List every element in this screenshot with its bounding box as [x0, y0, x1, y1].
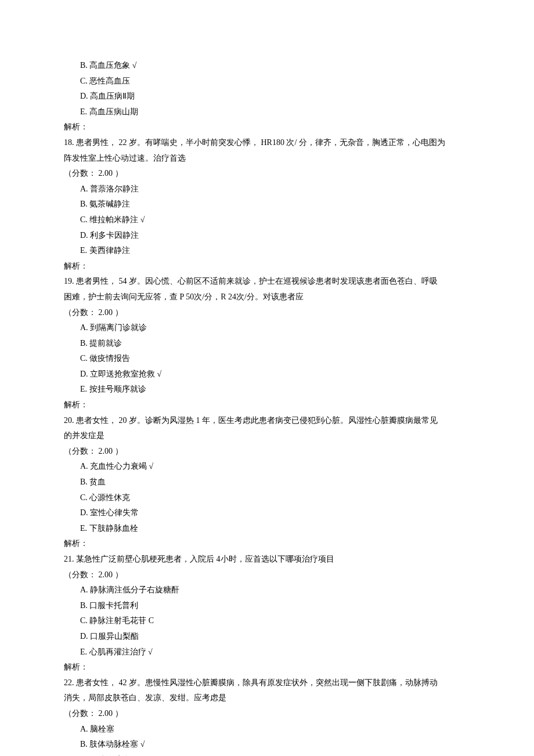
option: C. 下肢静脉炎 — [64, 753, 476, 756]
question-body-line: 患者女性， 42 岁。患慢性风湿性心脏瓣膜病，除具有原发症状外，突然出现一侧下肢… — [76, 678, 438, 687]
question-number: 19. — [64, 277, 74, 285]
question-body-line: 阵发性室上性心动过速。治疗首选 — [64, 151, 476, 167]
option: B. 提前就诊 — [64, 336, 476, 352]
score-line: （分数： 2.00 ） — [64, 444, 476, 460]
question-number: 21. — [64, 555, 74, 563]
analysis-label: 解析： — [64, 259, 476, 274]
option: D. 口服异山梨酯 — [64, 629, 476, 645]
option: A. 普萘洛尔静注 — [64, 182, 476, 197]
score-line: （分数： 2.00 ） — [64, 706, 476, 722]
option: E. 高血压病山期 — [64, 104, 476, 120]
question-body-line: 的并发症是 — [64, 428, 476, 444]
option: E. 下肢静脉血栓 — [64, 521, 476, 537]
option: D. 利多卡因静注 — [64, 228, 476, 244]
option: C. 恶性高血压 — [64, 74, 476, 89]
option: E. 美西律静注 — [64, 243, 476, 259]
option: D. 立即送抢救室抢救 √ — [64, 367, 476, 382]
score-line: （分数： 2.00 ） — [64, 305, 476, 321]
analysis-label: 解析： — [64, 660, 476, 675]
option: C. 维拉帕米静注 √ — [64, 212, 476, 228]
analysis-label: 解析： — [64, 536, 476, 552]
analysis-label: 解析： — [64, 397, 476, 413]
option: C. 心源性休克 — [64, 490, 476, 506]
option: A. 脑栓塞 — [64, 722, 476, 737]
option: B. 高血压危象 √ — [64, 58, 476, 74]
question-body-line: 患者男性， 22 岁。有哮喘史，半小时前突发心悸， HR180 次/ 分，律齐，… — [76, 138, 445, 147]
question-text: 21. 某急性广泛前壁心肌梗死患者，入院后 4小时，应首选以下哪项治疗项目 — [64, 552, 476, 567]
analysis-label: 解析： — [64, 120, 476, 135]
question-number: 18. — [64, 138, 74, 147]
question-text: 22. 患者女性， 42 岁。患慢性风湿性心脏瓣膜病，除具有原发症状外，突然出现… — [64, 675, 476, 691]
option: B. 肢体动脉栓塞 √ — [64, 737, 476, 753]
option: C. 静脉注射毛花苷 C — [64, 613, 476, 629]
question-text: 19. 患者男性， 54 岁。因心慌、心前区不适前来就诊，护士在巡视候诊患者时发… — [64, 274, 476, 290]
option: B. 氨茶碱静注 — [64, 197, 476, 212]
question-number: 22. — [64, 678, 74, 687]
question-body-line: 患者男性， 54 岁。因心慌、心前区不适前来就诊，护士在巡视候诊患者时发现该患者… — [76, 277, 438, 285]
option: A. 静脉滴注低分子右旋糖酐 — [64, 583, 476, 598]
option: E. 心肌再灌注治疗 √ — [64, 645, 476, 660]
question-body-line: 困难，护士前去询问无应答，查 P 50次/分，R 24次/分。对该患者应 — [64, 290, 476, 305]
option: A. 到隔离门诊就诊 — [64, 320, 476, 336]
document-page: B. 高血压危象 √ C. 恶性高血压 D. 高血压病Ⅱ期 E. 高血压病山期 … — [0, 0, 534, 756]
question-body-line: 某急性广泛前壁心肌梗死患者，入院后 4小时，应首选以下哪项治疗项目 — [76, 555, 334, 563]
question-number: 20. — [64, 416, 74, 425]
question-body-line: 患者女性， 20 岁。诊断为风湿热 1 年，医生考虑此患者病变已侵犯到心脏。风湿… — [76, 416, 438, 425]
question-text: 18. 患者男性， 22 岁。有哮喘史，半小时前突发心悸， HR180 次/ 分… — [64, 135, 476, 151]
option: E. 按挂号顺序就诊 — [64, 382, 476, 397]
option: D. 高血压病Ⅱ期 — [64, 89, 476, 104]
option: D. 室性心律失常 — [64, 505, 476, 521]
question-text: 20. 患者女性， 20 岁。诊断为风湿热 1 年，医生考虑此患者病变已侵犯到心… — [64, 413, 476, 429]
score-line: （分数： 2.00 ） — [64, 166, 476, 182]
option: B. 口服卡托普利 — [64, 598, 476, 614]
option: C. 做疫情报告 — [64, 351, 476, 367]
option: B. 贫血 — [64, 475, 476, 490]
option: A. 充血性心力衰竭 √ — [64, 459, 476, 475]
question-body-line: 消失，局部皮肤苍白、发凉、发绀。应考虑是 — [64, 690, 476, 706]
score-line: （分数： 2.00 ） — [64, 567, 476, 583]
